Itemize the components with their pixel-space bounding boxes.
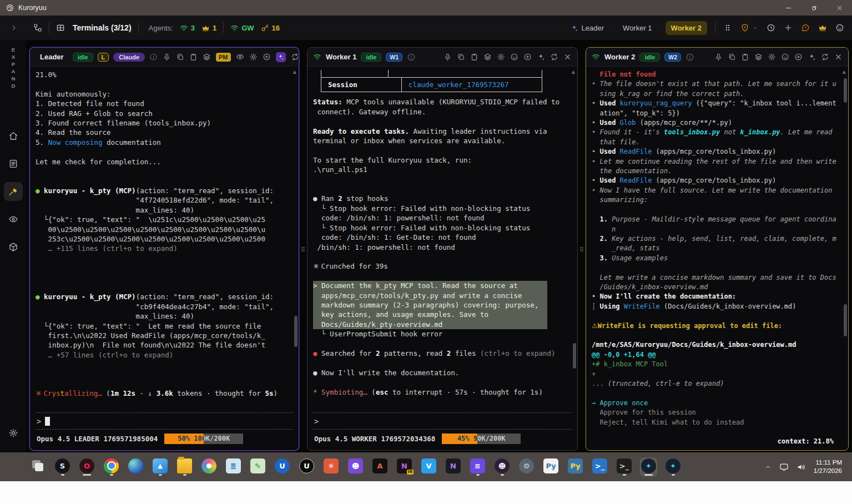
terminal-output[interactable]: ▲ 21.0% Kimi autonomously:1. Detected fi… xyxy=(30,67,299,412)
face-icon[interactable] xyxy=(510,53,518,61)
min-icon[interactable] xyxy=(785,4,792,12)
minimize-button[interactable] xyxy=(775,0,801,16)
grip-icon[interactable] xyxy=(578,245,586,253)
info-icon[interactable] xyxy=(149,53,158,61)
photos-taskbar-button[interactable]: ▲ xyxy=(152,458,168,476)
sparkles-icon[interactable] xyxy=(808,53,816,61)
crown-icon[interactable] xyxy=(818,23,827,32)
pane-splitter[interactable] xyxy=(299,47,307,451)
paint-taskbar-button[interactable] xyxy=(201,458,217,476)
edge-taskbar-button[interactable] xyxy=(128,458,144,476)
eye-icon[interactable] xyxy=(236,53,244,61)
terminal-output[interactable]: ▲ File not found• The file doesn't exist… xyxy=(586,67,848,450)
maximize-button[interactable] xyxy=(801,0,826,16)
pane-splitter[interactable] xyxy=(578,47,586,451)
sidebar-item-hammer[interactable] xyxy=(4,182,23,201)
scrollbar-thumb[interactable] xyxy=(844,304,847,336)
wifi-icon[interactable] xyxy=(313,53,321,61)
layers-icon[interactable] xyxy=(483,53,492,61)
scrollbar-thumb[interactable] xyxy=(573,343,576,369)
notepad-plus-taskbar-button[interactable]: ✎ xyxy=(250,458,266,476)
sidebar-item-list[interactable] xyxy=(4,154,23,173)
oplus-icon[interactable] xyxy=(794,53,803,61)
scroll-up-icon[interactable]: ▲ xyxy=(843,67,846,77)
omniverse-taskbar-button[interactable]: N xyxy=(445,458,461,476)
network-monitor-icon[interactable] xyxy=(779,462,789,472)
opera-taskbar-button[interactable]: O xyxy=(79,458,95,476)
titlebar[interactable]: Kuroryuu xyxy=(0,0,852,16)
wifi-icon[interactable] xyxy=(592,53,600,61)
shield-icon[interactable] xyxy=(740,23,749,32)
face-icon[interactable] xyxy=(835,23,844,32)
expand-sidebar-icon[interactable] xyxy=(10,24,18,32)
clipboard-icon[interactable] xyxy=(189,53,198,61)
max-icon[interactable] xyxy=(810,4,818,12)
mic-icon[interactable] xyxy=(714,53,723,61)
volume-icon[interactable] xyxy=(796,462,806,472)
clipboard-icon[interactable] xyxy=(741,53,749,61)
terminal-output[interactable]: ▲ Sessionclaude_worker_1769573267 Status… xyxy=(307,67,577,412)
crown-icon[interactable] xyxy=(201,24,210,32)
kanban-taskbar-button[interactable]: ≡ xyxy=(470,458,486,476)
flare-taskbar-button[interactable]: ✳ xyxy=(323,458,339,476)
vscode-taskbar-button[interactable]: V xyxy=(421,458,437,476)
grip-icon[interactable] xyxy=(300,245,307,253)
nvidia-app-taskbar-button[interactable]: NIN xyxy=(396,458,412,476)
mic-icon[interactable] xyxy=(163,53,171,61)
pane-worker2-header[interactable]: Worker 2 idle W2 xyxy=(586,48,848,67)
python-ide-taskbar-button[interactable]: Py xyxy=(567,458,583,476)
sparkles-badge[interactable] xyxy=(276,52,286,62)
tab-worker-1[interactable]: Worker 1 xyxy=(617,21,658,35)
refresh-icon[interactable] xyxy=(821,53,829,61)
mic-icon[interactable] xyxy=(443,53,452,61)
start-taskbar-button[interactable] xyxy=(6,458,22,476)
file-explorer-taskbar-button[interactable] xyxy=(177,458,193,476)
wifi-icon[interactable] xyxy=(180,24,188,32)
kuroryuu-taskbar-button[interactable]: ✦ xyxy=(665,458,681,476)
chat-icon[interactable]: ? xyxy=(801,23,810,32)
pane-leader-header[interactable]: Leader idle L Claude PM xyxy=(30,48,299,67)
key-icon[interactable] xyxy=(261,24,269,32)
prompt-input[interactable]: > xyxy=(307,413,577,429)
terminals-grid-icon[interactable] xyxy=(56,23,65,32)
gear-icon[interactable] xyxy=(249,53,258,61)
unreal-engine-black-taskbar-button[interactable]: U xyxy=(299,458,315,476)
task-view-taskbar-button[interactable] xyxy=(30,458,46,476)
session-tree-icon[interactable] xyxy=(33,23,42,32)
gear-icon[interactable] xyxy=(8,428,18,438)
scrollbar-thumb[interactable] xyxy=(844,78,847,103)
close-icon[interactable] xyxy=(563,53,572,61)
oplus-icon[interactable] xyxy=(523,53,532,61)
info-icon[interactable] xyxy=(685,53,694,62)
sidebar-item-home[interactable] xyxy=(4,127,23,145)
gear-icon[interactable] xyxy=(497,53,505,61)
tab-worker-2[interactable]: Worker 2 xyxy=(666,21,707,35)
chrome-taskbar-button[interactable] xyxy=(103,458,119,476)
settings-gear-taskbar-button[interactable]: ⚙ xyxy=(518,458,535,476)
github-desktop-taskbar-button[interactable]: ☻ xyxy=(494,458,510,476)
refresh-icon[interactable] xyxy=(291,53,299,61)
caret-icon[interactable] xyxy=(752,25,758,31)
notepad-taskbar-button[interactable]: ≣ xyxy=(225,458,241,476)
scroll-up-icon[interactable]: ▲ xyxy=(293,67,296,77)
sparkles-icon[interactable] xyxy=(277,53,284,61)
affinity-taskbar-button[interactable]: A xyxy=(372,458,388,476)
clock[interactable]: 11:11 PM 1/27/2026 xyxy=(814,458,842,475)
sidebar-item-settings[interactable] xyxy=(4,424,23,442)
copy-icon[interactable] xyxy=(457,53,465,61)
ghost-app-taskbar-button[interactable]: ☻ xyxy=(347,458,364,476)
layers-icon[interactable] xyxy=(203,53,211,61)
wifi-icon[interactable] xyxy=(230,24,239,32)
steam-taskbar-button[interactable]: S xyxy=(54,458,70,476)
tab-leader[interactable]: Leader xyxy=(564,21,609,35)
close-icon[interactable] xyxy=(834,53,843,61)
pm-badge[interactable]: PM xyxy=(216,53,231,62)
powershell-taskbar-button[interactable]: >_ xyxy=(592,458,608,476)
layers-icon[interactable] xyxy=(754,53,763,61)
unreal-engine-taskbar-button[interactable]: U xyxy=(274,458,290,476)
close-icon[interactable] xyxy=(836,4,843,12)
plus-icon[interactable] xyxy=(784,23,793,32)
close-button[interactable] xyxy=(826,0,852,16)
info-icon[interactable] xyxy=(407,53,416,62)
clipboard-icon[interactable] xyxy=(470,53,478,61)
